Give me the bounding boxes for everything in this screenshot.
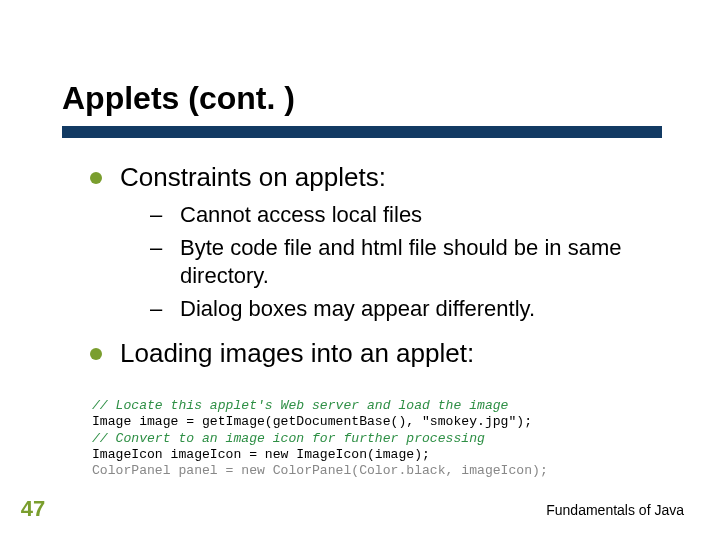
slide-footer: Fundamentals of Java bbox=[546, 502, 684, 518]
code-snippet: // Locate this applet's Web server and l… bbox=[92, 398, 548, 480]
slide-number: 47 bbox=[12, 496, 54, 522]
sub-bullet-list: – Cannot access local files – Byte code … bbox=[150, 201, 670, 323]
sub-bullet-text: Dialog boxes may appear differently. bbox=[180, 295, 535, 324]
bullet-text: Loading images into an applet: bbox=[120, 338, 474, 369]
bullet-dot-icon bbox=[90, 172, 102, 184]
code-line: ImageIcon imageIcon = new ImageIcon(imag… bbox=[92, 447, 430, 462]
code-line-comment: // Locate this applet's Web server and l… bbox=[92, 398, 508, 413]
slide-body: Constraints on applets: – Cannot access … bbox=[90, 162, 670, 377]
code-line: ColorPanel panel = new ColorPanel(Color.… bbox=[92, 463, 548, 478]
bullet-text: Constraints on applets: bbox=[120, 162, 386, 193]
bullet-dot-icon bbox=[90, 348, 102, 360]
sub-bullet-text: Byte code file and html file should be i… bbox=[180, 234, 650, 291]
dash-icon: – bbox=[150, 234, 162, 262]
bullet-item: Loading images into an applet: bbox=[90, 338, 670, 369]
slide: Applets (cont. ) Constraints on applets:… bbox=[0, 0, 720, 540]
sub-bullet-item: – Byte code file and html file should be… bbox=[150, 234, 670, 291]
sub-bullet-item: – Dialog boxes may appear differently. bbox=[150, 295, 670, 324]
slide-title: Applets (cont. ) bbox=[62, 80, 295, 117]
sub-bullet-text: Cannot access local files bbox=[180, 201, 422, 230]
bullet-item: Constraints on applets: bbox=[90, 162, 670, 193]
dash-icon: – bbox=[150, 295, 162, 323]
code-line-comment: // Convert to an image icon for further … bbox=[92, 431, 485, 446]
dash-icon: – bbox=[150, 201, 162, 229]
title-underline bbox=[62, 126, 662, 138]
code-line: Image image = getImage(getDocumentBase()… bbox=[92, 414, 532, 429]
sub-bullet-item: – Cannot access local files bbox=[150, 201, 670, 230]
